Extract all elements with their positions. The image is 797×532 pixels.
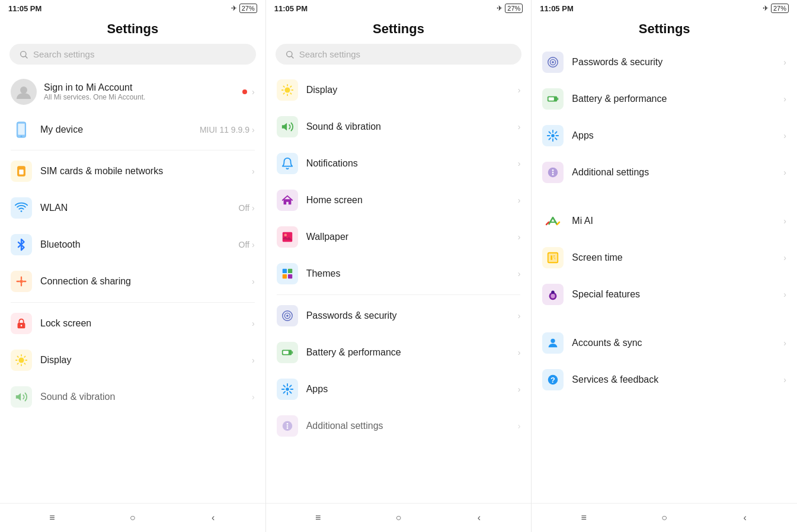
device-value: MIUI 11 9.9.9 xyxy=(200,125,249,134)
device-icon xyxy=(11,119,32,140)
svg-rect-3 xyxy=(18,124,24,135)
chevron-icon: › xyxy=(518,232,521,242)
setting-item-display[interactable]: Display › xyxy=(0,342,265,379)
setting-item-apps[interactable]: Apps › xyxy=(532,117,797,154)
nav-back-button[interactable]: ‹ xyxy=(470,509,487,526)
setting-item-sound---vibration[interactable]: Sound & vibration › xyxy=(266,108,532,145)
nav-back-button[interactable]: ‹ xyxy=(737,509,753,526)
setting-item-apps[interactable]: Apps › xyxy=(266,371,532,408)
setting-text: Sound & vibration xyxy=(40,392,252,402)
device-item[interactable]: My device MIUI 11 9.9.9 › xyxy=(0,112,265,148)
svg-rect-18 xyxy=(282,274,286,278)
profile-item[interactable]: Sign in to Mi Account All Mi services. O… xyxy=(0,72,265,112)
chevron-icon: › xyxy=(783,94,786,104)
setting-text: Additional settings xyxy=(572,167,783,178)
search-icon xyxy=(19,50,28,59)
bottom-nav: ≡○‹ xyxy=(0,503,265,532)
setting-item-sound---vibration[interactable]: Sound & vibration › xyxy=(0,379,265,415)
svg-point-29 xyxy=(286,427,288,429)
battery-icon xyxy=(277,342,298,363)
panel-3: 11:05 PM ✈ 27% Settings Passwords & secu… xyxy=(532,0,797,532)
setting-label: Apps xyxy=(572,130,783,141)
page-title: Settings xyxy=(0,15,265,44)
bottom-nav: ≡○‹ xyxy=(532,503,797,532)
setting-item-additional-settings[interactable]: Additional settings › xyxy=(532,154,797,191)
chevron-icon: › xyxy=(783,168,786,177)
nav-home-button[interactable]: ○ xyxy=(124,509,141,526)
svg-point-8 xyxy=(20,280,23,283)
chevron-icon: › xyxy=(783,375,786,384)
chevron-icon: › xyxy=(783,253,786,262)
wifi-icon xyxy=(11,197,32,219)
chevron-icon: › xyxy=(252,392,255,402)
setting-item-bluetooth[interactable]: Bluetooth Off › xyxy=(0,226,265,263)
nav-home-button[interactable]: ○ xyxy=(391,509,407,526)
home-icon xyxy=(277,190,298,211)
nav-menu-button[interactable]: ≡ xyxy=(44,509,60,526)
search-bar[interactable]: Search settings xyxy=(276,44,522,65)
display-icon xyxy=(11,350,32,371)
setting-item-sim-cards---mobile-networks[interactable]: SIM cards & mobile networks › xyxy=(0,153,265,190)
chevron-icon: › xyxy=(252,355,255,365)
setting-label: WLAN xyxy=(40,203,239,213)
nav-menu-button[interactable]: ≡ xyxy=(310,509,327,526)
setting-text: Additional settings xyxy=(306,421,518,431)
setting-text: WLAN xyxy=(40,203,239,213)
special-icon xyxy=(542,284,564,305)
setting-item-wallpaper[interactable]: Wallpaper › xyxy=(266,219,532,255)
nav-back-button[interactable]: ‹ xyxy=(205,509,222,526)
panels-container: 11:05 PM ✈ 27% Settings Search settings … xyxy=(0,0,797,532)
setting-item-mi-ai[interactable]: Mi AI › xyxy=(532,203,797,239)
svg-rect-6 xyxy=(19,169,23,174)
connection-icon xyxy=(11,271,32,292)
lock-icon xyxy=(11,313,32,334)
setting-item-additional-settings[interactable]: Additional settings › xyxy=(266,408,532,444)
status-icons: ✈ 27% xyxy=(231,4,257,13)
airplane-icon: ✈ xyxy=(497,4,502,12)
setting-text: Passwords & security xyxy=(572,57,783,68)
setting-item-lock-screen[interactable]: Lock screen › xyxy=(0,305,265,342)
setting-label: Wallpaper xyxy=(306,232,518,242)
setting-item-special-features[interactable]: Special features › xyxy=(532,276,797,313)
chevron-icon: › xyxy=(518,159,521,168)
display-icon xyxy=(277,79,298,101)
setting-item-notifications[interactable]: Notifications › xyxy=(266,145,532,182)
device-label: My device xyxy=(40,124,200,135)
svg-point-1 xyxy=(20,86,27,94)
setting-item-accounts---sync[interactable]: Accounts & sync › xyxy=(532,325,797,361)
nav-home-button[interactable]: ○ xyxy=(656,509,673,526)
setting-item-services---feedback[interactable]: ? Services & feedback › xyxy=(532,361,797,398)
sound-icon xyxy=(11,386,32,408)
search-bar[interactable]: Search settings xyxy=(9,44,256,65)
setting-text: Home screen xyxy=(306,195,518,206)
setting-item-screen-time[interactable]: Screen time › xyxy=(532,239,797,276)
setting-label: Accounts & sync xyxy=(572,338,783,348)
setting-text: Battery & performance xyxy=(572,94,783,104)
setting-text: Apps xyxy=(306,384,518,395)
search-placeholder: Search settings xyxy=(33,49,94,59)
setting-item-passwords---security[interactable]: Passwords & security › xyxy=(266,297,532,334)
svg-rect-41 xyxy=(548,253,558,263)
setting-item-connection---sharing[interactable]: Connection & sharing › xyxy=(0,263,265,300)
chevron-icon: › xyxy=(518,196,521,205)
nav-menu-button[interactable]: ≡ xyxy=(575,509,592,526)
svg-rect-34 xyxy=(549,97,554,101)
setting-item-display[interactable]: Display › xyxy=(266,72,532,108)
svg-point-22 xyxy=(286,315,289,317)
setting-item-home-screen[interactable]: Home screen › xyxy=(266,182,532,219)
sim-icon xyxy=(11,161,32,182)
setting-item-battery---performance[interactable]: Battery & performance › xyxy=(266,334,532,371)
security-icon xyxy=(277,305,298,326)
setting-label: Additional settings xyxy=(572,167,783,178)
setting-text: Sound & vibration xyxy=(306,121,518,132)
setting-label: Connection & sharing xyxy=(40,276,252,287)
setting-item-passwords---security[interactable]: Passwords & security › xyxy=(532,44,797,81)
airplane-icon: ✈ xyxy=(231,4,237,12)
setting-item-themes[interactable]: Themes › xyxy=(266,255,532,292)
chevron-icon: › xyxy=(518,384,521,394)
setting-item-battery---performance[interactable]: Battery & performance › xyxy=(532,81,797,117)
chevron-icon: › xyxy=(518,269,521,278)
setting-item-wlan[interactable]: WLAN Off › xyxy=(0,190,265,226)
additional-icon xyxy=(542,162,564,183)
panel-2: 11:05 PM ✈ 27% Settings Search settings … xyxy=(266,0,532,532)
